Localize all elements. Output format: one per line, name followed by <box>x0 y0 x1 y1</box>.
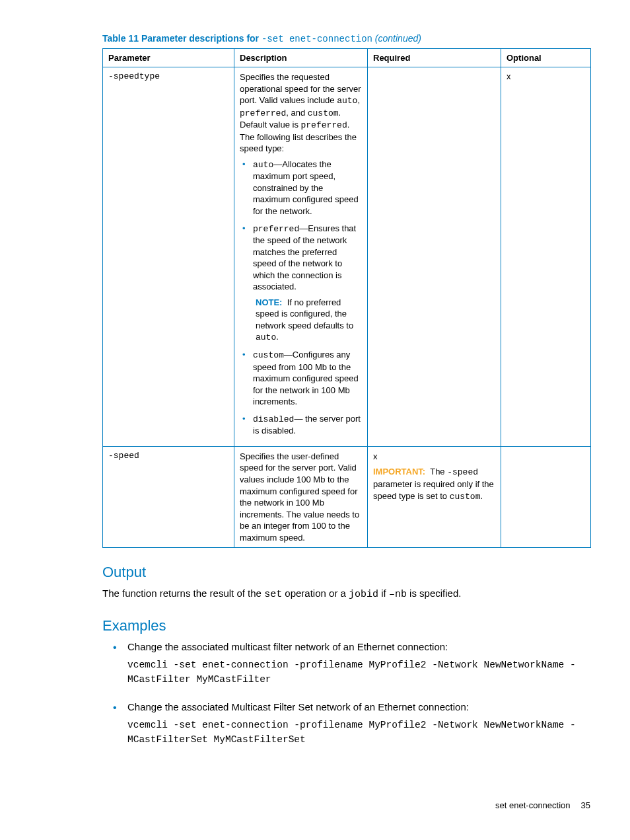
inline-code: auto <box>337 96 357 106</box>
example-text: Change the associated multicast filter n… <box>127 641 448 652</box>
output-text: if <box>378 588 389 599</box>
req-mark: x <box>373 451 495 463</box>
param-cell: -speed <box>103 446 234 547</box>
examples-heading: Examples <box>102 617 590 634</box>
inline-code: custom <box>308 108 339 118</box>
page-footer: set enet-connection35 <box>40 800 590 810</box>
table-caption: Table 11 Parameter descriptions for -set… <box>102 33 590 44</box>
inline-code: set <box>264 589 282 600</box>
examples-list: Change the associated multicast filter n… <box>102 640 590 747</box>
output-paragraph: The function returns the result of the s… <box>102 586 590 601</box>
required-cell <box>368 67 501 447</box>
inline-code: preferred <box>240 108 286 118</box>
desc-cell: Specifies the requested operational spee… <box>234 67 368 447</box>
bullet-list: auto—Allocates the maximum port speed, c… <box>240 159 362 437</box>
inline-code: -speed <box>447 467 478 477</box>
footer-section: set enet-connection <box>495 800 570 810</box>
inline-code: custom <box>450 492 481 502</box>
output-text: operation or a <box>282 588 349 599</box>
list-item: custom—Configures any speed from 100 Mb … <box>250 349 362 408</box>
col-required: Required <box>368 49 501 67</box>
note-label: NOTE: <box>256 297 282 307</box>
inline-code: preferred <box>301 120 347 130</box>
desc-cell: Specifies the user-defined speed for the… <box>234 446 368 547</box>
inline-code: custom <box>253 350 284 360</box>
col-description: Description <box>234 49 368 67</box>
desc-text: , <box>357 95 360 105</box>
parameter-table: Parameter Description Required Optional … <box>102 48 591 548</box>
imp-text: . <box>480 491 483 501</box>
output-text: The function returns the result of the <box>102 588 264 599</box>
optional-cell: x <box>501 67 591 447</box>
example-command: vcemcli -set enet-connection -profilenam… <box>127 718 590 747</box>
caption-suffix: (continued) <box>372 33 421 44</box>
output-heading: Output <box>102 564 590 581</box>
example-command: vcemcli -set enet-connection -profilenam… <box>127 658 590 687</box>
important-block: IMPORTANT: The -speed parameter is requi… <box>373 466 495 502</box>
required-cell: x IMPORTANT: The -speed parameter is req… <box>368 446 501 547</box>
table-header-row: Parameter Description Required Optional <box>103 49 591 67</box>
list-item: auto—Allocates the maximum port speed, c… <box>250 159 362 217</box>
inline-code: preferred <box>253 224 299 234</box>
list-item: preferred—Ensures that the speed of the … <box>250 223 362 344</box>
output-text: is specified. <box>407 588 462 599</box>
optional-cell <box>501 446 591 547</box>
inline-code: –nb <box>389 589 407 600</box>
page-number: 35 <box>581 800 590 810</box>
param-cell: -speedtype <box>103 67 234 447</box>
table-row: -speedtype Specifies the requested opera… <box>103 67 591 447</box>
inline-code: auto <box>253 160 273 170</box>
important-label: IMPORTANT: <box>373 467 425 477</box>
note-text: . <box>276 332 279 342</box>
list-item: Change the associated multicast filter n… <box>127 640 590 687</box>
list-item: Change the associated Multicast Filter S… <box>127 700 590 747</box>
inline-code: jobid <box>349 589 378 600</box>
desc-text: , and <box>286 108 308 118</box>
caption-code: -set enet-connection <box>262 34 372 44</box>
page-content: Table 11 Parameter descriptions for -set… <box>0 0 630 837</box>
caption-prefix: Table 11 Parameter descriptions for <box>102 33 262 44</box>
table-row: -speed Specifies the user-defined speed … <box>103 446 591 547</box>
list-item: disabled— the server port is disabled. <box>250 413 362 437</box>
inline-code: auto <box>256 332 276 342</box>
col-optional: Optional <box>501 49 591 67</box>
col-parameter: Parameter <box>103 49 234 67</box>
example-text: Change the associated Multicast Filter S… <box>127 701 469 712</box>
imp-text: The <box>430 467 447 477</box>
inline-code: disabled <box>253 414 294 424</box>
note-block: NOTE: If no preferred speed is configure… <box>256 297 362 344</box>
